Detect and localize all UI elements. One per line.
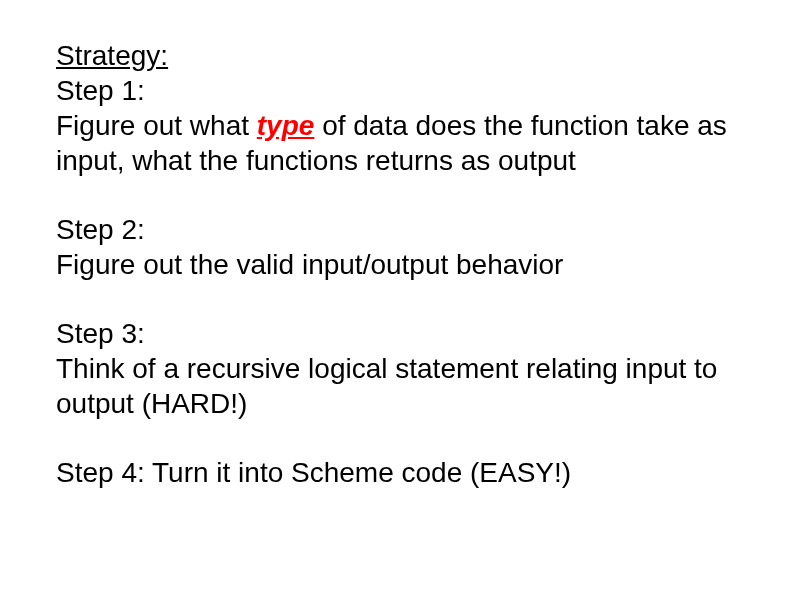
type-keyword: type (257, 110, 315, 141)
strategy-heading: Strategy: (56, 40, 168, 71)
step4-line: Step 4: Turn it into Scheme code (EASY!) (56, 457, 571, 488)
step3-paragraph: Step 3: Think of a recursive logical sta… (56, 316, 744, 421)
step2-body: Figure out the valid input/output behavi… (56, 249, 563, 280)
step2-heading: Step 2: (56, 214, 145, 245)
step1-prefix: Figure out what (56, 110, 257, 141)
step1-heading: Step 1: (56, 75, 145, 106)
step4-paragraph: Step 4: Turn it into Scheme code (EASY!) (56, 455, 744, 490)
step3-body: Think of a recursive logical statement r… (56, 353, 717, 419)
step2-paragraph: Step 2: Figure out the valid input/outpu… (56, 212, 744, 282)
strategy-step1-paragraph: Strategy: Step 1: Figure out what type o… (56, 38, 744, 178)
slide-content: Strategy: Step 1: Figure out what type o… (0, 0, 794, 530)
step3-heading: Step 3: (56, 318, 145, 349)
